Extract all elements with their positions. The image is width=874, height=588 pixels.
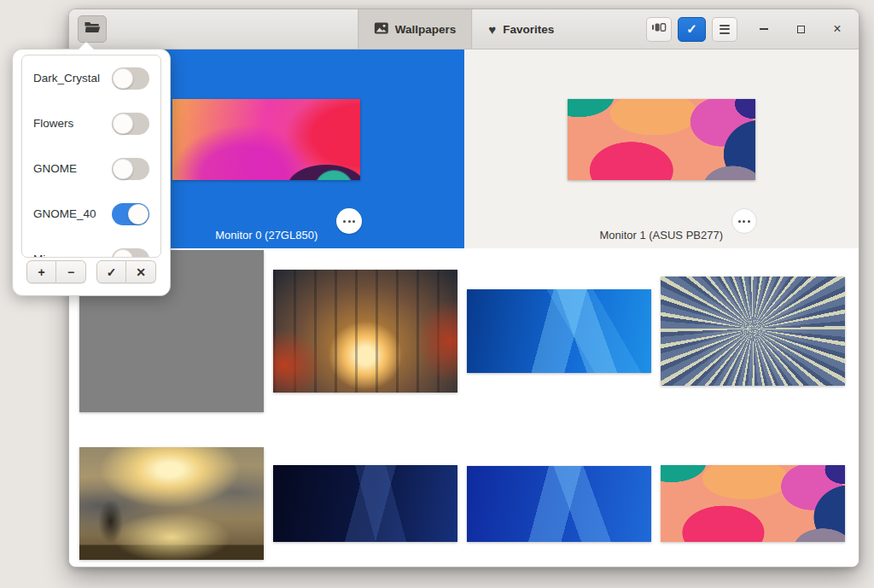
folder-name: Dark_Crystal (33, 72, 100, 84)
folder-row-flowers: Flowers (22, 101, 160, 146)
grid-row-1 (69, 250, 859, 412)
folder-row-misc: Misc (22, 236, 160, 258)
view-switcher: Wallpapers ♥ Favorites (358, 9, 570, 49)
wallpaper-thumb-blue-geometric[interactable] (467, 289, 651, 373)
close-icon: × (833, 21, 841, 37)
folder-row-dark-crystal: Dark_Crystal (22, 55, 160, 101)
folder-row-gnome: GNOME (22, 146, 160, 191)
confirm-button[interactable]: ✓ (96, 260, 126, 283)
folder-name: Misc (33, 253, 57, 258)
folder-row-gnome-40: GNOME_40 (22, 191, 160, 236)
apply-button[interactable]: ✓ (678, 17, 706, 42)
monitor-0-wallpaper-preview (172, 99, 360, 180)
heart-icon: ♥ (488, 22, 496, 37)
open-folder-icon (84, 20, 101, 38)
hamburger-menu-icon (720, 25, 730, 34)
tab-favorites[interactable]: ♥ Favorites (472, 9, 570, 49)
view-paged-icon (651, 20, 667, 38)
folder-list: Dark_Crystal Flowers GNOME GNOME_40 Misc (21, 55, 161, 258)
folder-name: GNOME (33, 162, 77, 175)
folder-toggle-switch[interactable] (112, 67, 149, 90)
confirm-cancel-group: ✓ ✕ (96, 260, 156, 283)
hydrapaper-window: Wallpapers ♥ Favorites (68, 9, 859, 568)
folder-toggle-switch[interactable] (112, 113, 149, 135)
wallpaper-thumb-royal-geometric[interactable] (467, 466, 651, 542)
window-controls: × (755, 19, 847, 39)
desktop-background: Wallpapers ♥ Favorites (0, 0, 874, 588)
headerbar: Wallpapers ♥ Favorites (69, 9, 859, 49)
tab-wallpapers-label: Wallpapers (395, 23, 457, 36)
folder-name: Flowers (33, 117, 73, 130)
folder-sources-button[interactable] (78, 15, 107, 43)
add-folder-button[interactable]: + (26, 260, 56, 283)
folder-toggle-switch[interactable] (112, 203, 149, 225)
menu-button[interactable] (712, 17, 737, 42)
wallpaper-thumb-aerial-forest[interactable] (661, 277, 845, 386)
tab-wallpapers[interactable]: Wallpapers (358, 9, 473, 49)
maximize-button[interactable] (791, 19, 810, 39)
wallpaper-thumb-navy-geometric[interactable] (273, 465, 457, 542)
remove-folder-button[interactable]: − (56, 260, 86, 283)
wallpaper-grid: ♥ (69, 248, 859, 567)
folder-name: GNOME_40 (33, 207, 96, 220)
header-actions: ✓ × (646, 9, 847, 49)
minimize-icon (760, 28, 768, 30)
wallpaper-thumb-forest[interactable] (273, 270, 457, 393)
grid-row-2: ♥ (69, 447, 859, 560)
monitor-selector: Monitor 0 (27GL850) Monitor 1 (ASUS PB27… (69, 49, 859, 248)
folders-popover: Dark_Crystal Flowers GNOME GNOME_40 Misc (12, 49, 171, 296)
tab-favorites-label: Favorites (503, 23, 554, 36)
close-button[interactable]: × (828, 19, 847, 39)
image-icon (374, 22, 388, 37)
wallpaper-thumb-gnome40[interactable]: ♥ (661, 465, 845, 542)
folder-toggle-switch[interactable] (112, 158, 149, 180)
add-remove-group: + − (26, 260, 86, 283)
more-icon (738, 220, 750, 223)
wallpaper-thumb-sunset[interactable] (79, 447, 264, 560)
minimize-button[interactable] (755, 19, 773, 39)
checkmark-icon: ✓ (686, 21, 697, 37)
maximize-icon (797, 26, 805, 33)
monitor-1-label: Monitor 1 (ASUS PB277) (464, 229, 859, 242)
monitor-1-cell[interactable]: Monitor 1 (ASUS PB277) (464, 49, 859, 248)
monitor-1-wallpaper-preview (568, 99, 755, 180)
popover-arrow (79, 42, 94, 49)
wallpaper-mode-button[interactable] (646, 17, 672, 42)
folder-toggle-switch[interactable] (112, 248, 149, 259)
cancel-button[interactable]: ✕ (126, 260, 156, 283)
more-icon (343, 220, 355, 223)
popover-actions: + − ✓ ✕ (26, 260, 156, 283)
